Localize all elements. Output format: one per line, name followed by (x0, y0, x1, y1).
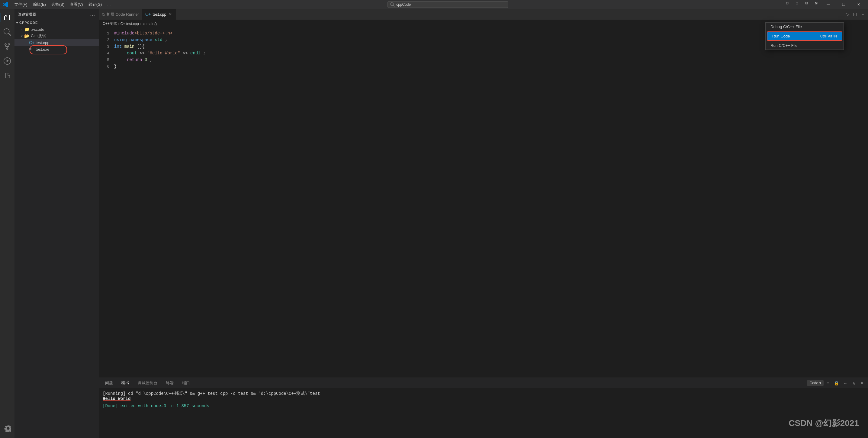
menu-goto[interactable]: 转到(G) (86, 1, 104, 8)
context-menu: Debug C/C++ File Run Code Ctrl+Alt+N Run… (765, 22, 844, 50)
terminal-output-line: Hello World (103, 396, 864, 401)
chevron-down-icon: ▾ (14, 21, 19, 25)
code-text: int main (){ (114, 44, 145, 49)
run-button[interactable]: ▷ (844, 11, 850, 18)
chevron-right-icon: › (19, 28, 24, 31)
root-label: CPPCODE (19, 21, 38, 25)
terminal-tab-bar: 问题 输出 调试控制台 终端 端口 Code ▾ ≡ 🔒 ··· ∧ ✕ (99, 378, 868, 388)
terminal-content: [Running] cd "d:\cppCode\C++测试\" && g++ … (99, 388, 868, 438)
menu-file[interactable]: 文件(F) (12, 1, 30, 8)
hello-world-text: Hello World (103, 396, 130, 401)
code-line-6: 6 } (99, 63, 864, 70)
terminal-running-line: [Running] cd "d:\cppCode\C++测试\" && g++ … (103, 391, 864, 396)
context-run-cpp[interactable]: Run C/C++ File (766, 41, 843, 50)
context-debug-cpp[interactable]: Debug C/C++ File (766, 23, 843, 31)
breadcrumb-symbol[interactable]: ⊕ main() (143, 22, 157, 26)
tree-root[interactable]: ▾ CPPCODE (14, 19, 99, 26)
context-item-shortcut: Ctrl+Alt+N (820, 34, 837, 38)
editor-scrollbar[interactable] (864, 28, 868, 378)
context-item-label: Run Code (772, 34, 790, 38)
clear-terminal-button[interactable]: ≡ (825, 380, 831, 386)
tree-item-testexe[interactable]: › ≡ test.exe (14, 46, 99, 53)
activity-run[interactable] (1, 54, 14, 68)
breadcrumb: C++测试 › C+ test.cpp › ⊕ main() (99, 20, 868, 28)
terminal-controls: Code ▾ ≡ 🔒 ··· ∧ ✕ (807, 380, 866, 386)
titlebar-menus: 文件(F) 编辑(E) 选择(S) 查看(V) 转到(G) ... (12, 1, 113, 8)
tree-item-label: test.cpp (36, 40, 50, 45)
close-button[interactable]: ✕ (852, 0, 866, 9)
activity-source-control[interactable] (1, 39, 14, 54)
terminal-more-button[interactable]: ··· (842, 380, 849, 386)
terminal-dropdown[interactable]: Code ▾ (807, 380, 824, 386)
tree-item-vscode[interactable]: › 📁 .vscode (14, 26, 99, 33)
titlebar-controls: ⊟ ⊞ ⊡ ⊠ — ❐ ✕ (783, 0, 866, 9)
search-input[interactable] (396, 2, 505, 7)
tab-problems[interactable]: 问题 (101, 379, 117, 387)
layout-full[interactable]: ⊠ (812, 0, 820, 6)
menu-select[interactable]: 选择(S) (49, 1, 67, 8)
breadcrumb-folder[interactable]: C++测试 (103, 21, 117, 26)
sidebar-more-button[interactable]: ... (90, 11, 95, 17)
activity-explorer[interactable] (1, 10, 14, 25)
search-icon (390, 2, 395, 7)
layout-bottom[interactable]: ⊡ (802, 0, 811, 6)
menu-edit[interactable]: 编辑(E) (31, 1, 48, 8)
code-line-1: 1 #include<bits/stdc++.h> (99, 30, 864, 36)
titlebar: 文件(F) 编辑(E) 选择(S) 查看(V) 转到(G) ... ⊟ ⊞ ⊡ … (0, 0, 868, 9)
activity-search[interactable] (1, 25, 14, 39)
chevron-down-icon: ▾ (19, 34, 24, 38)
sidebar-header: 资源管理器 ... (14, 9, 99, 19)
minimize-button[interactable]: — (822, 0, 835, 9)
code-text: using namespace std ; (114, 37, 167, 42)
more-actions-button[interactable]: ··· (859, 11, 866, 18)
maximize-button[interactable]: ❐ (837, 0, 850, 9)
split-editor-button[interactable]: ⊡ (852, 11, 858, 18)
activity-settings[interactable] (1, 421, 14, 436)
editor-actions: ▷ ⊡ ··· (842, 11, 868, 18)
chevron-down-icon: ▾ (819, 381, 821, 385)
tab-debug-console[interactable]: 调试控制台 (134, 379, 161, 387)
tab-code-runner[interactable]: ⧉ 扩展 Code Runner (99, 9, 142, 20)
tab-testcpp[interactable]: C+ test.cpp ✕ (142, 9, 176, 20)
code-line-3: 3 int main (){ (99, 43, 864, 50)
cpp-tab-icon: C+ (145, 12, 151, 17)
terminal-panel: 问题 输出 调试控制台 终端 端口 Code ▾ ≡ 🔒 ··· ∧ ✕ (99, 378, 868, 438)
code-text: return 0 ; (114, 57, 152, 62)
extension-icon: ⧉ (102, 12, 105, 17)
tab-close-button[interactable]: ✕ (168, 12, 173, 17)
activity-extensions[interactable] (1, 68, 14, 83)
context-run-code[interactable]: Run Code Ctrl+Alt+N (767, 31, 842, 41)
menu-view[interactable]: 查看(V) (67, 1, 85, 8)
vscode-logo (2, 1, 8, 7)
editor-scroll-container: 1 #include<bits/stdc++.h> 2 using namesp… (99, 28, 868, 378)
layout-toggle[interactable]: ⊟ (783, 0, 791, 6)
tree-item-label: .vscode (31, 27, 44, 32)
line-number: 1 (99, 31, 114, 36)
lock-terminal-button[interactable]: 🔒 (832, 380, 841, 386)
breadcrumb-file[interactable]: C+ test.cpp (121, 22, 139, 26)
terminal-dropdown-label: Code (809, 381, 818, 385)
tree-item-label: C++测试 (31, 33, 46, 39)
context-item-label: Run C/C++ File (770, 43, 798, 48)
main-container: 资源管理器 ... ▾ CPPCODE › 📁 .vscode ▾ 📂 C+ (0, 9, 868, 438)
tab-label: test.cpp (153, 12, 166, 17)
tree-item-testcpp[interactable]: › C+ test.cpp (14, 39, 99, 46)
activity-bar (0, 9, 14, 438)
terminal-close-button[interactable]: ✕ (858, 380, 866, 386)
tab-ports[interactable]: 端口 (179, 379, 194, 387)
titlebar-search[interactable] (388, 1, 508, 8)
menu-more[interactable]: ... (105, 1, 113, 8)
sidebar-title: 资源管理器 (18, 12, 36, 17)
terminal-expand-button[interactable]: ∧ (850, 380, 857, 386)
tab-output[interactable]: 输出 (118, 379, 133, 387)
tab-label: 扩展 Code Runner (106, 12, 139, 17)
exe-file-icon: ≡ (29, 47, 34, 52)
code-line-2: 2 using namespace std ; (99, 36, 864, 43)
breadcrumb-sep-2: › (140, 22, 141, 26)
tree-item-cpptest[interactable]: ▾ 📂 C++测试 (14, 33, 99, 39)
tab-terminal[interactable]: 终端 (162, 379, 177, 387)
layout-side[interactable]: ⊞ (793, 0, 801, 6)
file-tree: ▾ CPPCODE › 📁 .vscode ▾ 📂 C++测试 › (14, 19, 99, 53)
terminal-done-line: [Done] exited with code=0 in 1.357 secon… (103, 404, 864, 408)
code-line-5: 5 return 0 ; (99, 57, 864, 63)
